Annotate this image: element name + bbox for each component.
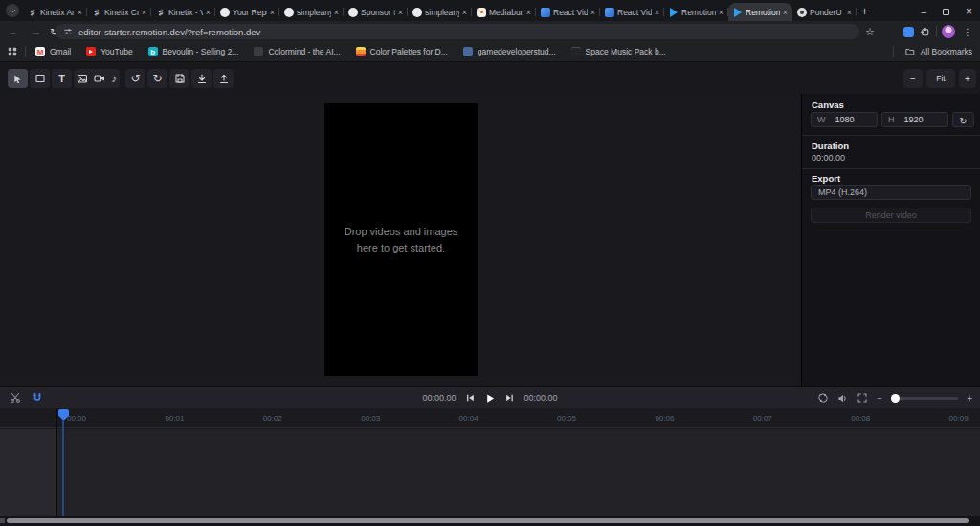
tab-close-button[interactable]: ×	[719, 8, 724, 17]
tab-close-button[interactable]: ×	[334, 8, 339, 17]
skip-back-button[interactable]	[466, 393, 476, 403]
bookmark-label: Color Palettes for D...	[370, 47, 448, 56]
play-button[interactable]	[485, 393, 496, 404]
tab-close-button[interactable]: ×	[462, 8, 467, 17]
add-media-group[interactable]: ♪	[74, 69, 120, 88]
text-tool-button[interactable]: T	[52, 69, 72, 88]
browser-tab[interactable]: Kinetix - V×	[151, 3, 215, 21]
ruler-time-label: 00:01	[165, 414, 184, 423]
bookmark-item[interactable]: Color Palettes for D...	[356, 47, 448, 56]
back-button[interactable]: ←	[8, 21, 18, 42]
tab-close-button[interactable]: ×	[590, 8, 595, 17]
fullscreen-icon[interactable]	[857, 392, 868, 404]
timeline-ruler[interactable]: 00:0000:0100:0200:0300:0400:0500:0600:07…	[0, 408, 980, 428]
browser-tab[interactable]: React Vide×	[600, 3, 664, 21]
video-canvas[interactable]: Drop videos and images here to get start…	[324, 103, 478, 376]
divider	[802, 135, 980, 136]
browser-tab[interactable]: Kinetix An×	[23, 3, 87, 21]
tab-title: React Vide	[553, 8, 588, 17]
window-minimize-button[interactable]: –	[921, 2, 926, 19]
zoom-fit-button[interactable]: Fit	[926, 69, 955, 88]
tab-close-button[interactable]: ×	[847, 8, 852, 17]
duration-value: 00:00.00	[812, 153, 845, 163]
divider	[25, 46, 26, 57]
swap-orientation-button[interactable]: ↻	[952, 112, 974, 127]
timeline-lanes[interactable]	[57, 429, 980, 516]
address-bar[interactable]: editor-starter.remotion.dev/?ref=remotio…	[56, 24, 859, 39]
bookmark-item[interactable]: Space Music Pack b...	[571, 47, 666, 56]
bookmark-item[interactable]: YouTube	[86, 47, 132, 56]
timeline-zoom-out[interactable]: −	[877, 393, 882, 404]
site-settings-icon[interactable]	[63, 27, 73, 36]
tab-close-button[interactable]: ×	[142, 8, 146, 17]
divider	[936, 26, 937, 37]
extensions-icon[interactable]	[920, 21, 930, 42]
slider-knob[interactable]	[891, 394, 900, 403]
browser-tab[interactable]: React Vide×	[536, 3, 600, 21]
kinetix-favicon	[156, 8, 166, 17]
bookmark-item[interactable]: Colormind - the AI...	[254, 47, 340, 56]
timeline-zoom-slider[interactable]	[891, 397, 958, 400]
tab-close-button[interactable]: ×	[78, 8, 82, 17]
render-video-button[interactable]: Render video	[811, 208, 971, 223]
tab-strip: Kinetix An×Kinetix Cr×Kinetix - V×Your R…	[0, 0, 980, 21]
scrollbar-thumb[interactable]	[7, 518, 969, 523]
zoom-in-button[interactable]: +	[959, 69, 976, 88]
bookmark-label: Bevoulin - Selling 2...	[163, 47, 239, 56]
split-scissors-icon[interactable]	[10, 392, 21, 404]
ruler-time-label: 00:00	[67, 414, 86, 423]
browser-tab[interactable]: simpleany×	[408, 3, 472, 21]
browser-tab[interactable]: Your Repo×	[215, 3, 279, 21]
browser-tab[interactable]: Sponsor @×	[344, 3, 408, 21]
all-bookmarks[interactable]: All Bookmarks	[893, 46, 972, 57]
browser-tab[interactable]: Mediabun×	[472, 3, 536, 21]
youtube-favicon	[86, 47, 96, 56]
menu-kebab-icon[interactable]: ⋮	[963, 21, 972, 42]
properties-panel: Canvas W 1080 H 1920 ↻ Duration 00:00.00…	[801, 94, 980, 386]
save-button[interactable]	[169, 69, 189, 88]
bookmark-star-icon[interactable]: ☆	[865, 21, 875, 42]
apps-grid-icon[interactable]	[8, 47, 17, 56]
snap-magnet-icon[interactable]	[32, 392, 43, 404]
browser-tab[interactable]: simpleany×	[279, 3, 344, 21]
volume-icon[interactable]	[837, 393, 848, 404]
forward-button[interactable]: →	[31, 21, 41, 42]
profile-avatar[interactable]	[942, 25, 955, 38]
undo-icon: ↺	[130, 72, 140, 85]
rectangle-tool-button[interactable]	[30, 69, 50, 88]
window-close-button[interactable]: ×	[966, 2, 972, 19]
width-field[interactable]: W 1080	[811, 112, 878, 127]
pinned-extension-icon[interactable]	[903, 27, 914, 37]
browser-tab[interactable]: PonderU×	[792, 3, 857, 21]
height-field[interactable]: H 1920	[881, 112, 948, 127]
upload-button[interactable]	[213, 69, 234, 88]
redo-button[interactable]: ↻	[147, 69, 167, 88]
tab-close-button[interactable]: ×	[783, 8, 788, 17]
zoom-out-button[interactable]: −	[903, 69, 923, 88]
tab-close-button[interactable]: ×	[206, 8, 211, 17]
loop-icon[interactable]	[817, 392, 829, 404]
tab-close-button[interactable]: ×	[398, 8, 403, 17]
tab-close-button[interactable]: ×	[526, 8, 531, 17]
window-maximize-button[interactable]	[943, 2, 949, 19]
cursor-tool-button[interactable]	[8, 69, 28, 88]
skip-forward-button[interactable]	[505, 393, 515, 403]
tab-search-button[interactable]	[6, 4, 19, 17]
bookmark-item[interactable]: Bevoulin - Selling 2...	[148, 47, 239, 56]
export-format-select[interactable]: MP4 (H.264)	[811, 185, 971, 200]
ruler-time-label: 00:07	[753, 414, 772, 423]
bookmark-item[interactable]: Gmail	[35, 47, 71, 56]
tab-close-button[interactable]: ×	[655, 8, 659, 17]
download-button[interactable]	[191, 69, 212, 88]
browser-tab[interactable]: Kinetix Cr×	[87, 3, 151, 21]
width-label: W	[817, 115, 826, 124]
ruler-time-label: 00:08	[851, 414, 870, 423]
tab-close-button[interactable]: ×	[270, 8, 275, 17]
new-tab-button[interactable]: +	[861, 5, 868, 18]
folder-icon	[905, 47, 915, 56]
timeline-zoom-in[interactable]: +	[967, 393, 972, 404]
browser-tab-active[interactable]: Remotion |×	[728, 3, 792, 21]
browser-tab[interactable]: Remotion |×	[664, 3, 728, 21]
bookmark-item[interactable]: gamedeveloperstud...	[463, 47, 556, 56]
undo-button[interactable]: ↺	[125, 69, 145, 88]
